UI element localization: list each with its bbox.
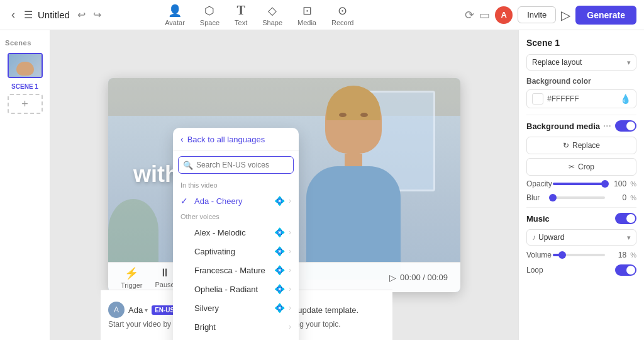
back-label: Back to all languages bbox=[187, 135, 265, 144]
pause-label: Pause bbox=[155, 281, 174, 288]
undo-button[interactable]: ↩ bbox=[75, 6, 88, 23]
user-name-dropdown[interactable]: Ada ▾ bbox=[128, 305, 148, 315]
voice-name-alex: Alex - Melodic bbox=[194, 228, 270, 237]
crop-button[interactable]: ✂ Crop bbox=[526, 158, 636, 176]
toggle-knob bbox=[626, 122, 635, 130]
shape-tool[interactable]: ◇ Shape bbox=[256, 1, 289, 29]
back-to-languages[interactable]: ‹ Back to all languages bbox=[173, 128, 299, 151]
music-track-select[interactable]: ♪ Upward ▾ bbox=[526, 229, 636, 246]
opacity-thumb[interactable] bbox=[601, 180, 609, 188]
scene-avatar-head bbox=[16, 62, 34, 76]
volume-unit: % bbox=[630, 251, 636, 259]
back-arrow-icon: ‹ bbox=[180, 134, 184, 144]
add-scene-button[interactable]: + bbox=[8, 94, 43, 114]
pause-control[interactable]: ⏸ Pause bbox=[155, 266, 174, 288]
record-tool[interactable]: ⊙ Record bbox=[325, 1, 360, 29]
avatar-head bbox=[325, 91, 382, 154]
avatar-figure bbox=[297, 91, 410, 286]
media-tool[interactable]: ⊡ Media bbox=[291, 1, 323, 29]
loop-toggle[interactable] bbox=[615, 264, 636, 276]
media-label: Media bbox=[297, 19, 316, 26]
blur-label: Blur bbox=[526, 193, 549, 202]
share-button[interactable]: ⟳ bbox=[465, 8, 474, 22]
blur-thumb[interactable] bbox=[549, 194, 557, 201]
redo-button[interactable]: ↪ bbox=[91, 6, 104, 23]
record-label: Record bbox=[331, 19, 353, 26]
music-note-icon: ♪ bbox=[532, 233, 536, 242]
voice-item-captivating[interactable]: ✓ Captivating 💠 › bbox=[173, 242, 299, 261]
scene-1-thumbnail[interactable] bbox=[8, 53, 43, 78]
space-icon: ⬡ bbox=[204, 4, 214, 18]
music-header-row: Music bbox=[526, 213, 636, 224]
voice-item-ada[interactable]: ✓ Ada - Cheery 💠 › bbox=[173, 191, 299, 210]
loop-toggle-knob bbox=[626, 266, 635, 275]
voice-search-input[interactable] bbox=[178, 156, 294, 174]
avatar-eye-left bbox=[339, 113, 347, 117]
trigger-control[interactable]: ⚡ Trigger bbox=[121, 266, 142, 289]
voice-item-alex[interactable]: ✓ Alex - Melodic 💠 › bbox=[173, 223, 299, 242]
replace-button[interactable]: ↻ Replace bbox=[526, 137, 636, 154]
document-title: Untitled bbox=[38, 9, 70, 20]
opacity-row: Opacity 100 % bbox=[526, 179, 636, 188]
music-toggle[interactable] bbox=[615, 213, 636, 224]
invite-button[interactable]: Invite bbox=[518, 6, 556, 23]
avatar-tool[interactable]: 👤 Avatar bbox=[158, 1, 191, 29]
check-icon: ✓ bbox=[180, 196, 191, 206]
blur-slider[interactable] bbox=[553, 196, 605, 199]
bg-color-label: Background color bbox=[526, 77, 636, 86]
chevron-icon-ada: › bbox=[289, 196, 291, 205]
text-icon: T bbox=[236, 3, 245, 18]
volume-slider[interactable] bbox=[553, 254, 605, 256]
timer-play-icon: ▷ bbox=[389, 273, 396, 283]
replace-layout-label: Replace layout bbox=[532, 58, 582, 67]
volume-thumb[interactable] bbox=[558, 251, 566, 259]
scene-thumb-bg bbox=[9, 54, 42, 77]
avatar-label: Avatar bbox=[165, 19, 185, 26]
media-icon: ⊡ bbox=[303, 4, 312, 18]
voice-item-chat[interactable]: ✓ Chat › bbox=[173, 336, 299, 340]
voice-item-ophelia[interactable]: ✓ Ophelia - Radiant 💠 › bbox=[173, 280, 299, 298]
right-panel: Scene 1 Replace layout ▾ Background colo… bbox=[518, 30, 644, 340]
eyedropper-icon[interactable]: 💧 bbox=[620, 94, 631, 104]
voice-item-silvery[interactable]: ✓ Silvery 💠 › bbox=[173, 298, 299, 317]
replace-icon: ↻ bbox=[563, 141, 569, 150]
voice-name-bright: Bright bbox=[194, 322, 285, 332]
media-toggle[interactable] bbox=[615, 120, 636, 132]
chevron-down-icon: ▾ bbox=[145, 307, 148, 314]
voice-name-oph: Ophelia - Radiant bbox=[194, 285, 270, 294]
color-swatch[interactable] bbox=[532, 93, 543, 105]
replace-layout-select[interactable]: Replace layout ▾ bbox=[526, 54, 636, 71]
music-chevron-icon: ▾ bbox=[627, 234, 631, 242]
video-text: with bbox=[133, 162, 179, 187]
play-button[interactable]: ▷ bbox=[561, 8, 570, 23]
sidebar: Scenes SCENE 1 + bbox=[0, 30, 50, 340]
chevron-icon-silv: › bbox=[289, 303, 291, 312]
user-avatar-small: A bbox=[108, 302, 125, 318]
user-avatar-button[interactable]: A bbox=[495, 6, 513, 24]
opacity-label: Opacity bbox=[526, 179, 549, 188]
generate-button[interactable]: Generate bbox=[575, 6, 636, 25]
voice-item-bright[interactable]: ✓ Bright › bbox=[173, 317, 299, 336]
hamburger-icon[interactable]: ☰ bbox=[24, 9, 33, 21]
comment-button[interactable]: ▭ bbox=[479, 8, 490, 22]
music-track-label: Upward bbox=[538, 233, 627, 242]
voice-item-francesca[interactable]: ✓ Francesca - Mature 💠 › bbox=[173, 261, 299, 280]
opacity-slider[interactable] bbox=[553, 183, 605, 185]
undo-redo-group: ↩ ↪ bbox=[75, 6, 104, 23]
toolbar-right: ⟳ ▭ A Invite ▷ Generate bbox=[465, 6, 636, 25]
gem-icon-alex: 💠 bbox=[274, 227, 285, 237]
divider-2 bbox=[526, 207, 636, 208]
crop-label: Crop bbox=[578, 162, 594, 171]
gem-icon-capt: 💠 bbox=[274, 246, 285, 256]
media-more-button[interactable]: ··· bbox=[603, 120, 611, 132]
scene-title: Scene 1 bbox=[526, 38, 636, 48]
back-button[interactable]: ‹ bbox=[8, 6, 19, 24]
scenes-label: Scenes bbox=[0, 37, 50, 49]
in-this-video-label: In this video bbox=[173, 179, 299, 191]
chevron-icon-franc: › bbox=[289, 266, 291, 275]
space-tool[interactable]: ⬡ Space bbox=[194, 1, 226, 29]
text-tool[interactable]: T Text bbox=[228, 1, 253, 29]
chevron-icon-oph: › bbox=[289, 285, 291, 293]
blur-unit: % bbox=[630, 194, 636, 201]
volume-value: 18 bbox=[609, 251, 626, 259]
